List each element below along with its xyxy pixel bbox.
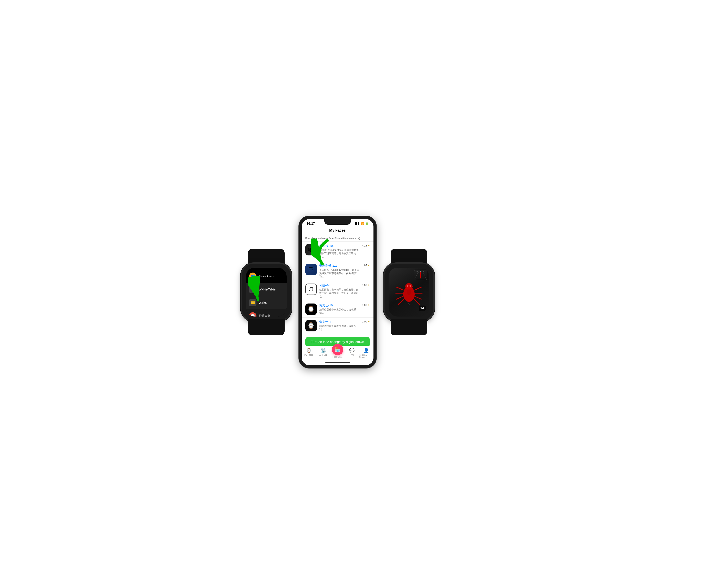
star-icon-rolex2: ✦ [368, 320, 370, 323]
face-item-spider[interactable]: 蜘蛛侠-103 蜘蛛侠（Spider-Man）是美国漫威漫画旗下超级英雄，是住在… [302, 242, 373, 261]
signal-icon: ▐▌▌ [354, 222, 360, 225]
face-store-icon: 🏪 [335, 347, 341, 353]
phone-content: My Faces Press face to change face(Slide… [302, 227, 373, 365]
app-list-item-trova[interactable]: 👥 Trova Amici [246, 270, 287, 283]
face-name-rolex2: 劳力士-11 [319, 320, 360, 324]
face-desc-rolex2: 如果你是这个表盘的作者，请联系我... [319, 325, 360, 331]
face-info-rolex1: 劳力士-10 如果你是这个表盘的作者，请联系我... [319, 304, 360, 315]
walkie-icon: 📡 [249, 286, 257, 293]
face-name-captain: 美国队长-111 [319, 264, 360, 268]
scene: 👥 Trova Amici 📡 Walkie-Talkie 💳 Wallet 🕐… [242, 216, 487, 368]
wallet-icon: 💳 [249, 299, 257, 306]
svg-line-7 [398, 299, 404, 304]
battery-icon: 🔋 [365, 222, 369, 225]
face-name-minimal: 环绕-64 [319, 283, 360, 287]
faq-icon: 💬 [349, 348, 355, 353]
svg-point-14 [407, 289, 411, 295]
app-list-item-walkie[interactable]: 📡 Walkie-Talkie [246, 283, 287, 296]
phone-body: 16:17 ▐▌▌ 🛜 🔋 My Faces Press face to cha… [299, 216, 376, 368]
star-icon-minimal: ✦ [368, 283, 370, 287]
watch-screen-left: 👥 Trova Amici 📡 Walkie-Talkie 💳 Wallet 🕐… [246, 268, 287, 316]
direction-s: S [408, 303, 410, 306]
trova-icon: 👥 [249, 273, 257, 280]
face-rating-captain: 4.97 ✦ [362, 264, 370, 267]
svg-line-11 [414, 299, 420, 304]
face-item-minimal[interactable]: 环绕-64 就我而言，喜欢简单，喜欢安静，喜欢宇宙，灵魂来自于太阳系，我们都在.… [302, 281, 373, 301]
watch-right: 20 4 15 14 S [385, 263, 434, 321]
face-info-minimal: 环绕-64 就我而言，喜欢简单，喜欢安静，喜欢宇宙，灵魂来自于太阳系，我们都在.… [319, 283, 360, 298]
face-thumb-rolex1 [305, 304, 317, 315]
face-list: 蜘蛛侠-103 蜘蛛侠（Spider-Man）是美国漫威漫画旗下超级英雄，是住在… [302, 242, 373, 346]
face-desc-rolex1: 如果你是这个表盘的作者，请联系我... [319, 308, 360, 315]
subtitle-hint: Press face to change face(Slide left to … [302, 235, 373, 242]
face-item-rolex1[interactable]: 劳力士-10 如果你是这个表盘的作者，请联系我... 0.00 ✦ [302, 301, 373, 317]
face-thumb-captain [305, 264, 317, 275]
face-store-center-btn[interactable]: 🏪 [332, 344, 343, 355]
star-icon-captain: ✦ [368, 264, 370, 267]
tab-faq[interactable]: 💬 FAQ [345, 347, 359, 359]
star-icon-rolex1: ✦ [368, 304, 370, 307]
watch-body-left: 👥 Trova Amici 📡 Walkie-Talkie 💳 Wallet 🕐… [242, 263, 291, 321]
face-thumb-rolex2 [305, 320, 317, 331]
personal-label: Personal Center [359, 354, 373, 358]
svg-line-6 [397, 296, 403, 299]
date-badge: 14 [419, 306, 426, 311]
watch-body-right: 20 4 15 14 S [385, 263, 434, 321]
personal-icon: 👤 [363, 348, 369, 353]
status-time: 16:17 [307, 222, 315, 225]
face-thumb-spider [305, 244, 317, 255]
tab-face-store[interactable]: 🏪 Face Store [330, 347, 344, 359]
wallet-label: Wallet [259, 301, 267, 304]
app-list-item-jing[interactable]: 🕐 静静表盘 [246, 309, 287, 316]
phone-screen: 16:17 ▐▌▌ 🛜 🔋 My Faces Press face to cha… [302, 219, 373, 365]
watch-band-top [248, 249, 285, 265]
face-name-spider: 蜘蛛侠-103 [319, 244, 360, 248]
face-desc-spider: 蜘蛛侠（Spider-Man）是美国漫威漫画旗下超级英雄，是住在美国纽约皇... [319, 249, 360, 259]
tab-my-faces[interactable]: ⌚ My Faces [302, 347, 316, 359]
face-item-captain[interactable]: 美国队长-111 美国队长（Captain America）是美国漫威漫画旗下超… [302, 261, 373, 281]
face-info-captain: 美国队长-111 美国队长（Captain America）是美国漫威漫画旗下超… [319, 264, 360, 278]
phone-wrapper: 16:17 ▐▌▌ 🛜 🔋 My Faces Press face to cha… [299, 216, 376, 368]
watch-band-bottom-left [248, 319, 285, 335]
app-ver-icon: 📡 [320, 348, 326, 353]
face-desc-minimal: 就我而言，喜欢简单，喜欢安静，喜欢宇宙，灵魂来自于太阳系，我们都在... [319, 288, 360, 298]
phone-notch [324, 219, 351, 225]
face-desc-captain: 美国队长（Captain America）是美国漫威漫画旗下超级英雄，由乔·西蒙… [319, 268, 360, 278]
home-bar [326, 362, 350, 363]
tab-personal[interactable]: 👤 Personal Center [359, 347, 373, 359]
face-rating-spider: 4.18 ✦ [362, 244, 370, 247]
face-info-rolex2: 劳力士-11 如果你是这个表盘的作者，请联系我... [319, 320, 360, 331]
my-faces-label: My Faces [304, 354, 313, 356]
watch-screen-right: 20 4 15 14 S [389, 268, 430, 316]
svg-line-4 [396, 287, 403, 290]
wifi-icon: 🛜 [361, 222, 364, 225]
faq-label: FAQ [350, 354, 354, 356]
face-rating-rolex1: 0.00 ✦ [362, 304, 370, 307]
app-list-item-wallet[interactable]: 💳 Wallet [246, 296, 287, 309]
tab-app-ver[interactable]: 📡 APP Ver [316, 347, 330, 359]
compass-svg: 20 4 15 [414, 270, 427, 279]
page-title: My Faces [302, 227, 373, 235]
spider-watch-face: 20 4 15 14 S [389, 268, 430, 316]
watch-band-top-right [391, 249, 427, 265]
tab-bar: ⌚ My Faces 📡 APP Ver 🏪 Face Store [302, 346, 373, 360]
watch-left: 👥 Trova Amici 📡 Walkie-Talkie 💳 Wallet 🕐… [242, 263, 291, 321]
home-indicator [302, 360, 373, 365]
compass-overlay: 20 4 15 [414, 270, 427, 280]
face-info-spider: 蜘蛛侠-103 蜘蛛侠（Spider-Man）是美国漫威漫画旗下超级英雄，是住在… [319, 244, 360, 259]
face-rating-minimal: 0.00 ✦ [362, 283, 370, 287]
svg-line-8 [415, 287, 422, 290]
my-faces-icon: ⌚ [306, 348, 312, 353]
star-icon-spider: ✦ [368, 244, 370, 247]
status-icons: ▐▌▌ 🛜 🔋 [354, 222, 369, 225]
svg-point-12 [407, 285, 409, 287]
face-name-rolex1: 劳力士-10 [319, 304, 360, 307]
trova-label: Trova Amici [259, 275, 274, 278]
walkie-label: Walkie-Talkie [259, 288, 276, 291]
jing-icon: 🕐 [249, 312, 257, 316]
svg-text:4: 4 [420, 270, 421, 271]
face-store-label: Face Store [333, 356, 342, 358]
watch-band-bottom-right [391, 319, 427, 335]
svg-point-13 [409, 285, 411, 287]
face-item-rolex2[interactable]: 劳力士-11 如果你是这个表盘的作者，请联系我... 0.00 ✦ [302, 317, 373, 334]
